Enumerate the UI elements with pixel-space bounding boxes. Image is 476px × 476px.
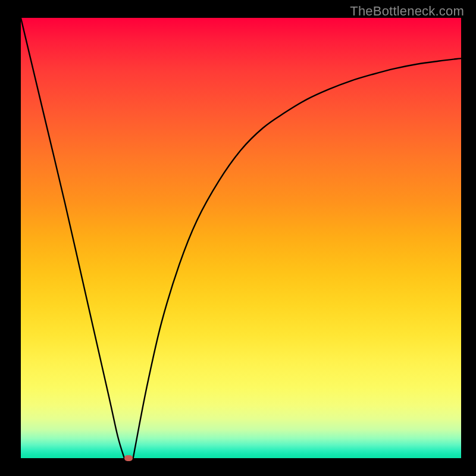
bottleneck-curve	[21, 18, 461, 458]
curve-path	[21, 18, 461, 458]
chart-frame: TheBottleneck.com	[0, 0, 476, 476]
watermark-text: TheBottleneck.com	[350, 4, 464, 19]
plot-area	[21, 18, 461, 458]
optimum-marker	[124, 455, 133, 461]
